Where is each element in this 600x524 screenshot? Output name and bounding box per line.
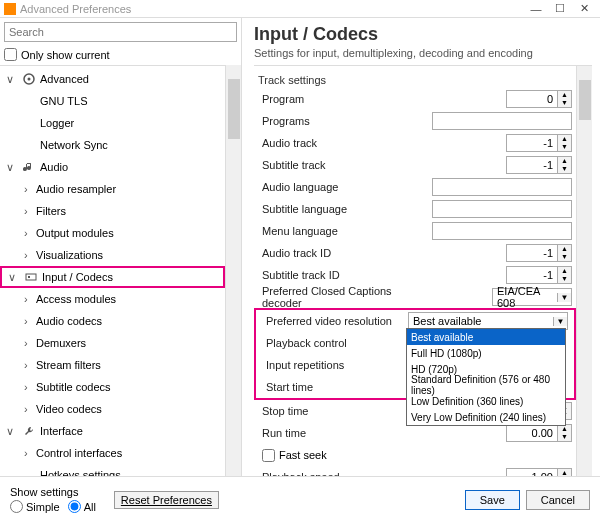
tree-item-audio-codecs[interactable]: ›Audio codecs	[0, 310, 225, 332]
tree-item-audio-resampler[interactable]: ›Audio resampler	[0, 178, 225, 200]
label-audio-track-id: Audio track ID	[254, 247, 404, 259]
audio-track-id-spinbox[interactable]: -1▲▼	[506, 244, 572, 262]
subtitle-track-id-spinbox[interactable]: -1▲▼	[506, 266, 572, 284]
page-subtitle: Settings for input, demultiplexing, deco…	[254, 47, 592, 59]
spin-up-icon[interactable]: ▲	[558, 469, 571, 476]
collapse-icon[interactable]: ∨	[6, 161, 18, 174]
page-title: Input / Codecs	[254, 24, 592, 45]
tree-item-control-interfaces[interactable]: ›Control interfaces	[0, 442, 225, 464]
cancel-button[interactable]: Cancel	[526, 490, 590, 510]
tree-item-input-codecs[interactable]: ∨Input / Codecs	[0, 266, 225, 288]
subtitle-track-spinbox[interactable]: -1▲▼	[506, 156, 572, 174]
collapse-icon[interactable]: ∨	[6, 425, 18, 438]
close-button[interactable]: ✕	[572, 2, 596, 15]
spin-up-icon[interactable]: ▲	[558, 245, 571, 253]
tree-item-subtitle-codecs[interactable]: ›Subtitle codecs	[0, 376, 225, 398]
expand-icon[interactable]: ›	[24, 447, 36, 459]
label-subtitle-language: Subtitle language	[254, 203, 404, 215]
tree-item-audio[interactable]: ∨Audio	[0, 156, 225, 178]
search-input[interactable]	[4, 22, 237, 42]
audio-track-spinbox[interactable]: -1▲▼	[506, 134, 572, 152]
spin-up-icon[interactable]: ▲	[558, 135, 571, 143]
tree-item-advanced[interactable]: ∨Advanced	[0, 68, 225, 90]
svg-rect-3	[28, 276, 30, 278]
menu-language-input[interactable]	[432, 222, 572, 240]
spin-down-icon[interactable]: ▼	[558, 165, 571, 173]
tree-item-network-sync[interactable]: Network Sync	[0, 134, 225, 156]
only-show-current-checkbox[interactable]: Only show current	[4, 48, 237, 61]
expand-icon[interactable]: ›	[24, 315, 36, 327]
tree-item-interface[interactable]: ∨Interface	[0, 420, 225, 442]
programs-input[interactable]	[432, 112, 572, 130]
audio-language-input[interactable]	[432, 178, 572, 196]
scrollbar-thumb[interactable]	[228, 79, 240, 139]
tree-item-output-modules[interactable]: ›Output modules	[0, 222, 225, 244]
label-programs: Programs	[254, 115, 404, 127]
expand-icon[interactable]: ›	[24, 293, 36, 305]
subtitle-language-input[interactable]	[432, 200, 572, 218]
dropdown-item[interactable]: Standard Definition (576 or 480 lines)	[407, 377, 565, 393]
expand-icon[interactable]: ›	[24, 337, 36, 349]
playback-speed-spinbox[interactable]: 1.00▲▼	[506, 468, 572, 476]
program-spinbox[interactable]: 0▲▼	[506, 90, 572, 108]
tree-item-hotkeys-settings[interactable]: Hotkeys settings	[0, 464, 225, 476]
collapse-icon[interactable]: ∨	[6, 73, 18, 86]
chevron-down-icon[interactable]: ▼	[557, 293, 571, 302]
save-button[interactable]: Save	[465, 490, 520, 510]
expand-icon[interactable]: ›	[24, 403, 36, 415]
expand-icon[interactable]: ›	[24, 205, 36, 217]
scrollbar-thumb[interactable]	[579, 80, 591, 120]
spin-down-icon[interactable]: ▼	[558, 275, 571, 283]
tree-item-access-modules[interactable]: ›Access modules	[0, 288, 225, 310]
spin-up-icon[interactable]: ▲	[558, 157, 571, 165]
tree-item-gnu-tls[interactable]: GNU TLS	[0, 90, 225, 112]
tree-item-visualizations[interactable]: ›Visualizations	[0, 244, 225, 266]
settings-panel: Track settings Program0▲▼ Programs Audio…	[254, 66, 576, 476]
label-preferred-video-resolution: Preferred video resolution	[258, 315, 408, 327]
section-track-settings: Track settings	[254, 70, 576, 88]
music-note-icon	[22, 160, 36, 174]
label-playback-control: Playback control	[258, 337, 408, 349]
dropdown-item[interactable]: Best available	[407, 329, 565, 345]
input-codecs-icon	[24, 270, 38, 284]
show-settings-label: Show settings	[10, 486, 104, 498]
expand-icon[interactable]: ›	[24, 183, 36, 195]
spin-down-icon[interactable]: ▼	[558, 99, 571, 107]
resolution-dropdown-list[interactable]: Best available Full HD (1080p) HD (720p)…	[406, 328, 566, 426]
collapse-icon[interactable]: ∨	[8, 271, 20, 284]
run-time-spinbox[interactable]: 0.00▲▼	[506, 424, 572, 442]
spin-up-icon[interactable]: ▲	[558, 425, 571, 433]
reset-preferences-button[interactable]: Reset Preferences	[114, 491, 219, 509]
wrench-icon	[22, 424, 36, 438]
radio-all[interactable]: All	[68, 500, 96, 513]
tree-item-logger[interactable]: Logger	[0, 112, 225, 134]
radio-simple[interactable]: Simple	[10, 500, 60, 513]
tree-item-stream-filters[interactable]: ›Stream filters	[0, 354, 225, 376]
settings-scrollbar[interactable]	[576, 66, 592, 476]
maximize-button[interactable]: ☐	[548, 2, 572, 15]
tree-item-filters[interactable]: ›Filters	[0, 200, 225, 222]
expand-icon[interactable]: ›	[24, 381, 36, 393]
spin-down-icon[interactable]: ▼	[558, 143, 571, 151]
expand-icon[interactable]: ›	[24, 227, 36, 239]
gear-icon	[22, 72, 36, 86]
expand-icon[interactable]: ›	[24, 249, 36, 261]
pcc-decoder-combobox[interactable]: EIA/CEA 608▼	[492, 288, 572, 306]
spin-down-icon[interactable]: ▼	[558, 433, 571, 441]
label-menu-language: Menu language	[254, 225, 404, 237]
spin-down-icon[interactable]: ▼	[558, 253, 571, 261]
tree-item-video-codecs[interactable]: ›Video codecs	[0, 398, 225, 420]
preferences-tree[interactable]: ∨Advanced GNU TLS Logger Network Sync ∨A…	[0, 65, 225, 476]
fast-seek-checkbox[interactable]: Fast seek	[254, 444, 576, 466]
tree-item-demuxers[interactable]: ›Demuxers	[0, 332, 225, 354]
tree-scrollbar[interactable]	[225, 65, 241, 476]
expand-icon[interactable]: ›	[24, 359, 36, 371]
spin-up-icon[interactable]: ▲	[558, 91, 571, 99]
vlc-cone-icon	[4, 3, 16, 15]
chevron-down-icon[interactable]: ▼	[553, 317, 567, 326]
spin-up-icon[interactable]: ▲	[558, 267, 571, 275]
minimize-button[interactable]: —	[524, 3, 548, 15]
dropdown-item[interactable]: Very Low Definition (240 lines)	[407, 409, 565, 425]
dropdown-item[interactable]: Full HD (1080p)	[407, 345, 565, 361]
titlebar: Advanced Preferences — ☐ ✕	[0, 0, 600, 18]
